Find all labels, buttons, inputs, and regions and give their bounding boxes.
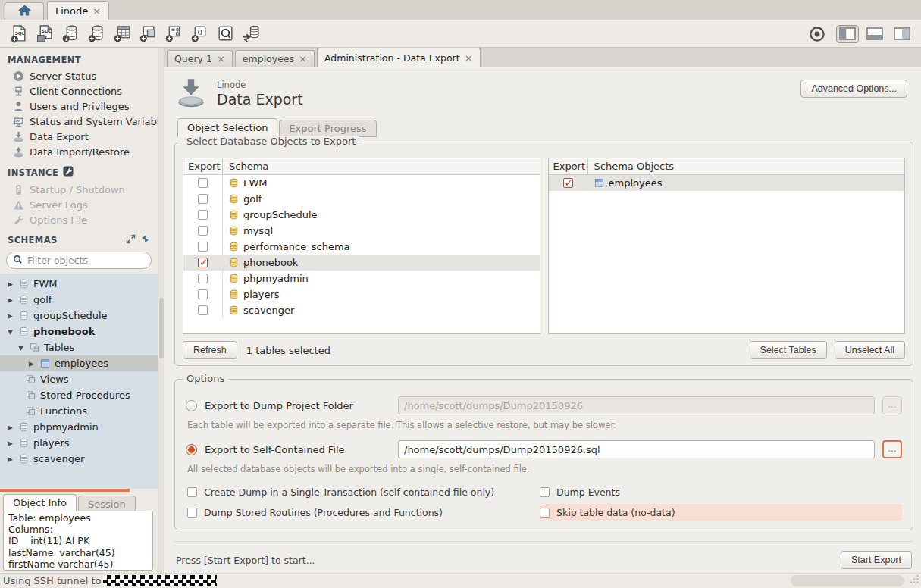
export-checkbox-checked[interactable] bbox=[563, 178, 573, 188]
search-table-data-icon[interactable] bbox=[214, 23, 237, 45]
create-table-icon[interactable] bbox=[111, 23, 133, 45]
table-row-selected[interactable]: employees bbox=[549, 175, 905, 191]
browse-folder-button[interactable]: ... bbox=[882, 396, 902, 414]
toggle-right-panel-icon[interactable] bbox=[891, 25, 913, 43]
dump-folder-path-input[interactable] bbox=[398, 396, 875, 414]
self-contained-path-input[interactable] bbox=[398, 440, 875, 458]
chevron-down-icon[interactable]: ▼ bbox=[6, 328, 14, 336]
refresh-schemas-icon[interactable] bbox=[140, 234, 150, 246]
refresh-button[interactable]: Refresh bbox=[183, 341, 237, 359]
create-schema-icon[interactable] bbox=[85, 23, 108, 45]
table-row[interactable]: mysql bbox=[183, 223, 540, 239]
tree-item-tables[interactable]: ▼Tables bbox=[0, 339, 158, 355]
horizontal-scrollbar[interactable] bbox=[791, 575, 904, 586]
close-icon[interactable]: × bbox=[92, 6, 101, 16]
tab-object-selection[interactable]: Object Selection bbox=[177, 118, 277, 137]
export-checkbox[interactable] bbox=[198, 210, 208, 220]
tab-session[interactable]: Session bbox=[78, 496, 136, 511]
checkbox-dump-stored-routines[interactable]: Dump Stored Routines (Procedures and Fun… bbox=[187, 504, 540, 521]
export-status-text: Press [Start Export] to start... bbox=[176, 555, 315, 566]
tab-object-info[interactable]: Object Info bbox=[3, 494, 77, 511]
tree-item-groupschedule[interactable]: ▶groupSchedule bbox=[0, 308, 158, 324]
sidebar-item-users-privileges[interactable]: Users and Privileges bbox=[0, 99, 158, 114]
expand-schemas-icon[interactable] bbox=[126, 234, 136, 246]
export-checkbox[interactable] bbox=[198, 178, 208, 188]
browse-file-button[interactable]: ... bbox=[882, 440, 902, 458]
chevron-right-icon[interactable]: ▶ bbox=[6, 312, 14, 320]
sidebar-item-server-status[interactable]: Server Status bbox=[0, 68, 158, 83]
advanced-options-button[interactable]: Advanced Options... bbox=[800, 80, 907, 98]
table-row[interactable]: groupSchedule bbox=[183, 207, 540, 223]
table-row[interactable]: FWM bbox=[183, 175, 540, 191]
chevron-down-icon[interactable]: ▼ bbox=[17, 344, 25, 352]
tab-export-progress[interactable]: Export Progress bbox=[279, 120, 376, 137]
tree-item-stored-procedures[interactable]: Stored Procedures bbox=[0, 387, 158, 403]
tree-item-functions[interactable]: Functions bbox=[0, 403, 158, 419]
new-sql-file-icon[interactable]: SQL bbox=[8, 23, 30, 45]
checkbox-skip-table-data[interactable]: Skip table data (no-data) bbox=[540, 504, 902, 521]
open-sql-file-icon[interactable]: SQL bbox=[33, 23, 56, 45]
export-checkbox[interactable] bbox=[198, 305, 208, 315]
close-icon[interactable]: × bbox=[465, 53, 473, 63]
table-row[interactable]: players bbox=[183, 286, 540, 302]
chevron-right-icon[interactable]: ▶ bbox=[27, 360, 36, 368]
radio-self-contained-file[interactable] bbox=[186, 444, 197, 455]
chevron-right-icon[interactable]: ▶ bbox=[6, 439, 14, 447]
server-status-icon bbox=[12, 70, 24, 82]
create-view-icon[interactable] bbox=[136, 23, 159, 45]
divider-scroll-handle[interactable] bbox=[159, 298, 164, 358]
tree-item-fwm[interactable]: ▶FWM bbox=[0, 276, 158, 292]
chevron-right-icon[interactable]: ▶ bbox=[6, 280, 14, 288]
export-checkbox[interactable] bbox=[198, 242, 208, 252]
chevron-right-icon[interactable]: ▶ bbox=[6, 296, 14, 304]
export-checkbox-checked[interactable] bbox=[198, 258, 208, 267]
checkbox-single-transaction[interactable]: Create Dump in a Single Transaction (sel… bbox=[187, 483, 540, 500]
home-tab[interactable] bbox=[5, 2, 44, 20]
table-row[interactable]: golf bbox=[183, 191, 540, 207]
tree-item-phonebook[interactable]: ▼phonebook bbox=[0, 324, 158, 339]
sidebar-item-server-logs[interactable]: Server Logs bbox=[0, 197, 158, 212]
schema-inspector-icon[interactable]: i bbox=[59, 23, 82, 45]
table-row-selected[interactable]: phonebook bbox=[183, 255, 540, 271]
sidebar-item-client-connections[interactable]: Client Connections bbox=[0, 83, 158, 99]
toggle-left-panel-icon[interactable] bbox=[836, 25, 859, 43]
connection-tab-linode[interactable]: Linode × bbox=[47, 1, 109, 20]
schema-filter-input[interactable] bbox=[27, 255, 146, 266]
unselect-all-button[interactable]: Unselect All bbox=[835, 341, 905, 359]
tree-item-views[interactable]: Views bbox=[0, 371, 158, 387]
tree-item-scavenger[interactable]: ▶scavenger bbox=[0, 451, 158, 467]
sidebar-item-status-system-variables[interactable]: Status and System Variables bbox=[0, 114, 158, 129]
close-icon[interactable]: × bbox=[217, 54, 225, 64]
sidebar-item-data-export[interactable]: Data Export bbox=[0, 129, 158, 144]
close-icon[interactable]: × bbox=[299, 54, 307, 64]
export-checkbox[interactable] bbox=[198, 194, 208, 204]
tree-item-employees[interactable]: ▶employees bbox=[0, 355, 158, 371]
table-row[interactable]: performance_schema bbox=[183, 239, 540, 255]
checkbox-dump-events[interactable]: Dump Events bbox=[540, 483, 902, 500]
create-function-icon[interactable]: () bbox=[188, 23, 211, 45]
sidebar-item-options-file[interactable]: Options File bbox=[0, 212, 158, 227]
editor-tab-data-export[interactable]: Administration - Data Export× bbox=[317, 48, 481, 67]
tree-item-players[interactable]: ▶players bbox=[0, 435, 158, 451]
sidebar-item-startup-shutdown[interactable]: Startup / Shutdown bbox=[0, 182, 158, 197]
table-row[interactable]: phpmyadmin bbox=[183, 271, 540, 286]
toggle-bottom-panel-icon[interactable] bbox=[863, 25, 886, 43]
sidebar-main-divider[interactable] bbox=[158, 48, 164, 573]
resize-grip-icon[interactable] bbox=[909, 574, 919, 586]
editor-tab-query1[interactable]: Query 1× bbox=[167, 50, 233, 67]
export-checkbox[interactable] bbox=[198, 274, 208, 283]
export-checkbox[interactable] bbox=[198, 289, 208, 299]
chevron-right-icon[interactable]: ▶ bbox=[6, 455, 14, 463]
reconnect-database-icon[interactable] bbox=[240, 23, 262, 45]
radio-dump-project-folder[interactable] bbox=[186, 400, 197, 411]
export-checkbox[interactable] bbox=[198, 226, 208, 236]
select-tables-button[interactable]: Select Tables bbox=[750, 341, 827, 359]
sidebar-item-data-import[interactable]: Data Import/Restore bbox=[0, 144, 158, 159]
tree-item-golf[interactable]: ▶golf bbox=[0, 292, 158, 308]
table-row[interactable]: scavenger bbox=[183, 302, 540, 318]
chevron-right-icon[interactable]: ▶ bbox=[6, 424, 14, 431]
create-procedure-icon[interactable] bbox=[162, 23, 185, 45]
editor-tab-employees[interactable]: employees× bbox=[235, 50, 315, 67]
tree-item-phpmyadmin[interactable]: ▶phpmyadmin bbox=[0, 419, 158, 435]
start-export-button[interactable]: Start Export bbox=[841, 551, 912, 569]
